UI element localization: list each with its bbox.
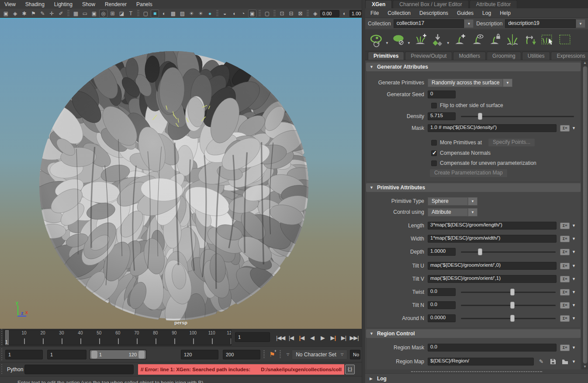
- film-gate-icon[interactable]: ▭: [81, 10, 89, 17]
- chevron-down-icon[interactable]: ▼: [572, 264, 576, 268]
- scroll-up-icon[interactable]: ▲: [583, 60, 587, 66]
- gear-icon[interactable]: ✱: [20, 10, 28, 17]
- section-primitive-attributes[interactable]: ▼ Primitive Attributes: [366, 183, 581, 192]
- tab-primitives[interactable]: Primitives: [368, 52, 404, 60]
- menu-view[interactable]: View: [4, 1, 16, 7]
- menu-renderer[interactable]: Renderer: [105, 1, 127, 7]
- dome-light-icon[interactable]: ◒: [221, 10, 229, 17]
- exposure-field[interactable]: [320, 10, 339, 17]
- chevron-down-icon[interactable]: [576, 19, 585, 28]
- script-editor-icon[interactable]: {;}: [345, 365, 355, 374]
- grid-icon[interactable]: ▦: [72, 10, 80, 17]
- menu-panels[interactable]: Panels: [136, 1, 152, 7]
- around-n-field[interactable]: 0.0000: [428, 314, 456, 322]
- export-patches-icon[interactable]: [430, 32, 446, 49]
- depth-slider[interactable]: [461, 248, 556, 255]
- around-n-slider[interactable]: [461, 315, 556, 322]
- playback-start-field[interactable]: [47, 350, 86, 359]
- toggle-guide-display-icon[interactable]: [469, 32, 486, 49]
- tilt-n-field[interactable]: 0.0: [428, 301, 456, 309]
- playback-end-field[interactable]: [181, 350, 218, 359]
- 3d-viewport[interactable]: y z x persp: [0, 19, 362, 329]
- xgen-menu-log[interactable]: Log: [482, 10, 491, 16]
- wireframe-cube-icon[interactable]: ▢: [142, 10, 150, 17]
- tab-grooming[interactable]: Grooming: [487, 52, 521, 60]
- preview-refresh-icon[interactable]: [369, 32, 385, 49]
- expression-editor-icon[interactable]: Σ=: [560, 345, 570, 351]
- depth-field[interactable]: 1.0000: [428, 248, 456, 256]
- cone-light-icon[interactable]: ◖: [230, 10, 238, 17]
- step-back-frame-button[interactable]: |◀: [297, 333, 306, 342]
- headlight-icon[interactable]: ●: [206, 10, 214, 17]
- control-using-dropdown[interactable]: Attribute: [428, 208, 477, 216]
- xgen-menu-guides[interactable]: Guides: [457, 10, 474, 16]
- set-key-icon[interactable]: ⚑+: [268, 351, 277, 359]
- light-icon[interactable]: ☀: [187, 10, 196, 17]
- chevron-down-icon[interactable]: ▼: [572, 316, 576, 320]
- bookmark-icon[interactable]: ⚑: [29, 10, 38, 17]
- density-slider[interactable]: [461, 113, 574, 120]
- compensate-uneven-checkbox[interactable]: [431, 160, 437, 166]
- bulb-icon[interactable]: ☀: [197, 10, 205, 17]
- time-slider-grip[interactable]: [0, 329, 3, 346]
- xgen-menu-help[interactable]: Help: [500, 10, 511, 16]
- image-plane-icon[interactable]: ◪: [118, 10, 126, 17]
- animation-end-field[interactable]: [223, 350, 260, 359]
- chevron-down-icon[interactable]: ▼: [446, 41, 450, 45]
- character-set-dropdown[interactable]: No Character Set ▽: [292, 350, 347, 359]
- ring-light-icon[interactable]: ◔: [239, 10, 247, 17]
- range-start-handle[interactable]: [91, 351, 97, 359]
- collapse-arrow-icon[interactable]: ▼: [370, 331, 374, 336]
- create-parameterization-map-button[interactable]: Create Parameterization Map: [429, 169, 508, 178]
- textured-cube-icon[interactable]: ▩: [169, 10, 177, 17]
- transfer-guides-icon[interactable]: [522, 32, 538, 49]
- section-generator-attributes[interactable]: ▼ Generator Attributes: [366, 63, 581, 71]
- step-forward-key-button[interactable]: ▶|: [339, 333, 348, 342]
- menu-lighting[interactable]: Lighting: [54, 1, 73, 7]
- checker-icon[interactable]: ▨: [178, 10, 187, 17]
- xgen-menu-descriptions[interactable]: Descriptions: [419, 10, 448, 16]
- preview-disable-icon[interactable]: [391, 32, 407, 49]
- range-row-grip[interactable]: [0, 348, 3, 361]
- collection-dropdown[interactable]: collection17: [394, 19, 474, 28]
- tab-expressions[interactable]: Expressions: [551, 52, 588, 60]
- region-mask-field[interactable]: 0.0: [428, 344, 557, 352]
- scale-view-icon[interactable]: ⊠: [296, 10, 304, 17]
- tab-channel-box[interactable]: Channel Box / Layer Editor: [393, 0, 468, 8]
- collapse-arrow-icon[interactable]: ▼: [370, 185, 374, 190]
- flip-checkbox[interactable]: [431, 103, 437, 108]
- tab-modifiers[interactable]: Modifiers: [453, 52, 486, 60]
- chevron-down-icon[interactable]: ▼: [572, 250, 576, 254]
- section-region-control[interactable]: ▼ Region Control: [366, 329, 581, 338]
- tab-attribute-editor[interactable]: Attribute Editor: [470, 0, 517, 8]
- command-input[interactable]: [24, 365, 134, 374]
- command-line-grip[interactable]: [0, 364, 3, 375]
- chevron-down-icon[interactable]: ▼: [385, 41, 389, 45]
- layer-move-icon[interactable]: ⊟: [287, 10, 295, 17]
- collapse-arrow-icon[interactable]: ▼: [370, 65, 374, 69]
- xgen-menu-file[interactable]: File: [370, 10, 379, 16]
- expression-editor-icon[interactable]: Σ=: [560, 249, 570, 255]
- region-map-field[interactable]: ${DESC}/Region/: [428, 358, 534, 366]
- contrast-icon[interactable]: ◐: [340, 10, 349, 17]
- create-description-icon[interactable]: [412, 32, 429, 49]
- expand-arrow-icon[interactable]: ▶: [370, 376, 373, 381]
- command-language-button[interactable]: Python: [3, 366, 24, 373]
- time-slider[interactable]: 1 102030405060708090100110120: [3, 330, 232, 345]
- specify-points-button[interactable]: Specify Points...: [488, 138, 535, 147]
- chevron-down-icon[interactable]: ▼: [572, 277, 576, 281]
- lock-camera-icon[interactable]: ◈: [11, 10, 19, 17]
- move-pivot-icon[interactable]: ✛: [48, 10, 56, 17]
- compensate-normals-checkbox[interactable]: [431, 150, 437, 156]
- width-field[interactable]: 1*map('${DESC}/groom/width/'): [428, 235, 557, 243]
- expression-editor-icon[interactable]: Σ=: [560, 263, 570, 269]
- generator-seed-field[interactable]: 0: [428, 91, 456, 98]
- expression-editor-icon[interactable]: Σ=: [560, 125, 570, 132]
- chevron-down-icon[interactable]: ▼: [407, 41, 411, 45]
- section-log[interactable]: ▶ Log: [365, 373, 588, 383]
- gate-mask-icon[interactable]: ◎: [99, 10, 107, 17]
- menu-shading[interactable]: Shading: [25, 1, 45, 7]
- aperture-icon[interactable]: ◈: [311, 10, 319, 17]
- scroll-down-icon[interactable]: ▼: [583, 364, 587, 369]
- select-guides-icon[interactable]: [539, 32, 556, 49]
